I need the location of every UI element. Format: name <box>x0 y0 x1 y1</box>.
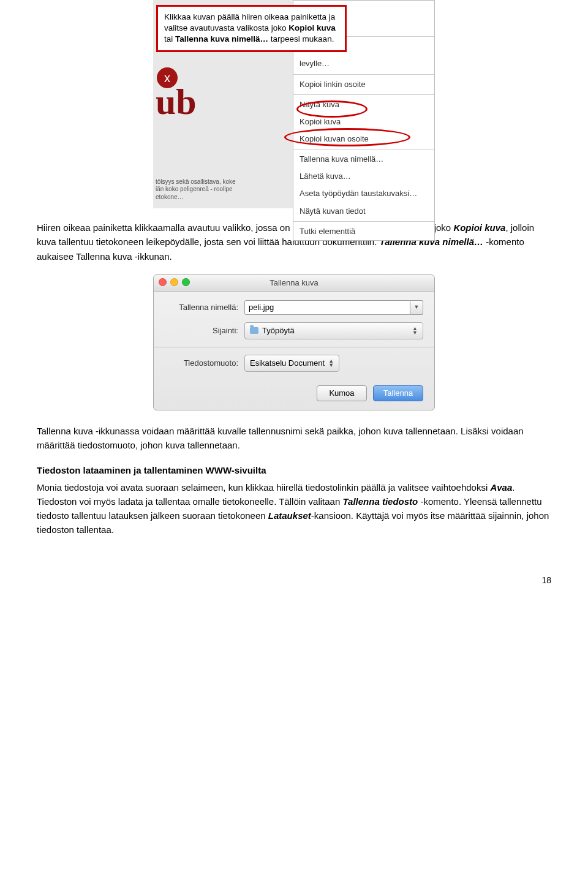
divider <box>154 347 434 347</box>
label-save-as: Tallenna nimellä: <box>165 301 238 314</box>
paragraph-download: Monia tiedostoja voi avata suoraan selai… <box>37 480 551 537</box>
term-tallenna-tiedosto: Tallenna tiedosto <box>342 496 418 507</box>
bg-line-3: etokone… <box>156 194 184 200</box>
filename-input[interactable] <box>244 300 410 315</box>
section-heading: Tiedoston lataaminen ja tallentaminen WW… <box>37 463 551 477</box>
menu-item-copy-link[interactable]: Kopioi linkin osoite <box>293 76 434 93</box>
menu-item-send-image[interactable]: Lähetä kuva… <box>293 168 434 185</box>
cancel-button[interactable]: Kumoa <box>317 385 367 401</box>
expand-arrow-button[interactable]: ▼ <box>410 300 423 315</box>
format-value: Esikatselu Document <box>250 357 325 369</box>
menu-item-copy-image[interactable]: Kopioi kuva <box>293 113 434 130</box>
term-lataukset: Lataukset <box>268 510 311 521</box>
save-dialog: Tallenna kuva Tallenna nimellä: ▼ Sijain… <box>153 274 435 410</box>
format-select[interactable]: Esikatselu Document ▲▼ <box>244 355 339 372</box>
figure-save-dialog: Tallenna kuva Tallenna nimellä: ▼ Sijain… <box>153 274 435 410</box>
window-controls <box>159 278 190 286</box>
callout-bold-save: Tallenna kuva nimellä… <box>175 34 268 43</box>
menu-separator <box>293 94 434 95</box>
callout-bold-copy: Kopioi kuva <box>288 23 336 32</box>
bg-line-2: iän koko peligenreä - roolipe <box>156 186 233 192</box>
menu-item-copy-image-url[interactable]: Kopioi kuvan osoite <box>293 130 434 148</box>
text: Monia tiedostoja voi avata suoraan selai… <box>37 482 490 493</box>
paragraph-save-dialog: Tallenna kuva -ikkunassa voidaan määritt… <box>37 424 551 453</box>
save-button[interactable]: Tallenna <box>373 385 423 401</box>
callout-text: tai <box>164 34 175 43</box>
chevron-updown-icon: ▲▼ <box>328 359 334 368</box>
figure-context-menu: x ub tölsyys sekä osallistava, koke iän … <box>153 0 435 208</box>
callout-text: tarpeesi mukaan. <box>268 34 334 43</box>
menu-item-set-wallpaper[interactable]: Aseta työpöydän taustakuvaksi… <box>293 185 434 202</box>
minimize-icon[interactable] <box>170 278 178 286</box>
zoom-icon[interactable] <box>182 278 190 286</box>
term-avaa: Avaa <box>490 482 512 493</box>
menu-separator <box>293 74 434 75</box>
menu-item-save-image-as[interactable]: Tallenna kuva nimellä… <box>293 151 434 168</box>
background-large-text: ub <box>156 74 197 130</box>
close-icon[interactable] <box>159 278 167 286</box>
location-value: Työpöytä <box>262 325 295 337</box>
label-format: Tiedostomuoto: <box>165 357 238 369</box>
folder-icon <box>250 327 258 334</box>
bg-line-1: tölsyys sekä osallistava, koke <box>156 178 236 185</box>
dialog-title: Tallenna kuva <box>270 278 318 287</box>
chevron-updown-icon: ▲▼ <box>412 327 418 335</box>
menu-separator <box>293 221 434 222</box>
menu-item-image-info[interactable]: Näytä kuvan tiedot <box>293 203 434 220</box>
menu-item-show-image[interactable]: Näytä kuva <box>293 96 434 113</box>
background-small-text: tölsyys sekä osallistava, koke iän koko … <box>156 178 236 202</box>
dialog-titlebar: Tallenna kuva <box>154 275 434 292</box>
instruction-callout: Klikkaa kuvan päällä hiiren oikeaa paini… <box>156 5 347 52</box>
location-select[interactable]: Työpöytä ▲▼ <box>244 322 423 339</box>
menu-item[interactable]: levylle… <box>293 55 434 72</box>
term-kopioi-kuva: Kopioi kuva <box>453 222 505 233</box>
menu-item-inspect[interactable]: Tutki elementtiä <box>293 223 434 240</box>
page-number: 18 <box>37 574 551 588</box>
label-location: Sijainti: <box>165 325 238 337</box>
menu-separator <box>293 149 434 149</box>
